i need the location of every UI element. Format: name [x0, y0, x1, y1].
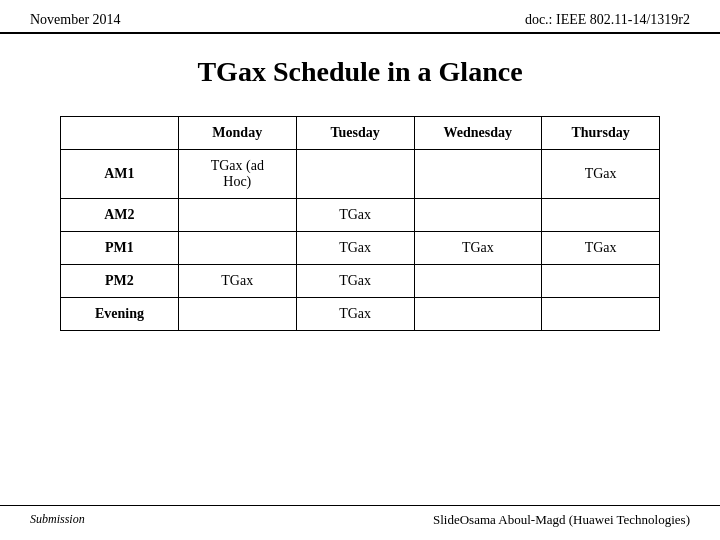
cell-monday [178, 199, 296, 232]
row-label: PM1 [61, 232, 179, 265]
table-row: EveningTGax [61, 298, 660, 331]
cell-wednesday [414, 265, 542, 298]
schedule-table-container: Monday Tuesday Wednesday Thursday AM1TGa… [0, 116, 720, 331]
page-title: TGax Schedule in a Glance [0, 56, 720, 88]
table-row: AM1TGax (adHoc)TGax [61, 150, 660, 199]
footer-slide-label: Slide [433, 512, 460, 527]
col-header-thursday: Thursday [542, 117, 660, 150]
cell-tuesday [296, 150, 414, 199]
cell-tuesday: TGax [296, 265, 414, 298]
col-header-tuesday: Tuesday [296, 117, 414, 150]
cell-tuesday: TGax [296, 232, 414, 265]
cell-wednesday [414, 150, 542, 199]
row-label: AM1 [61, 150, 179, 199]
cell-thursday: TGax [542, 232, 660, 265]
cell-wednesday: TGax [414, 232, 542, 265]
cell-thursday: TGax [542, 150, 660, 199]
cell-monday [178, 298, 296, 331]
cell-tuesday: TGax [296, 298, 414, 331]
col-header-empty [61, 117, 179, 150]
table-row: PM2TGaxTGax [61, 265, 660, 298]
cell-tuesday: TGax [296, 199, 414, 232]
table-header-row: Monday Tuesday Wednesday Thursday [61, 117, 660, 150]
cell-wednesday [414, 298, 542, 331]
cell-wednesday [414, 199, 542, 232]
page-footer: Submission SlideOsama Aboul-Magd (Huawei… [0, 505, 720, 528]
col-header-monday: Monday [178, 117, 296, 150]
row-label: Evening [61, 298, 179, 331]
footer-submission: Submission [30, 512, 85, 528]
cell-monday [178, 232, 296, 265]
cell-thursday [542, 265, 660, 298]
schedule-table: Monday Tuesday Wednesday Thursday AM1TGa… [60, 116, 660, 331]
table-row: PM1TGaxTGaxTGax [61, 232, 660, 265]
page-header: November 2014 doc.: IEEE 802.11-14/1319r… [0, 0, 720, 34]
cell-thursday [542, 298, 660, 331]
header-date: November 2014 [30, 12, 121, 28]
table-row: AM2TGax [61, 199, 660, 232]
cell-monday: TGax (adHoc) [178, 150, 296, 199]
footer-author-area: SlideOsama Aboul-Magd (Huawei Technologi… [433, 512, 690, 528]
cell-monday: TGax [178, 265, 296, 298]
cell-thursday [542, 199, 660, 232]
row-label: AM2 [61, 199, 179, 232]
footer-author: Osama Aboul-Magd (Huawei Technologies) [460, 512, 690, 527]
row-label: PM2 [61, 265, 179, 298]
header-doc: doc.: IEEE 802.11-14/1319r2 [525, 12, 690, 28]
col-header-wednesday: Wednesday [414, 117, 542, 150]
